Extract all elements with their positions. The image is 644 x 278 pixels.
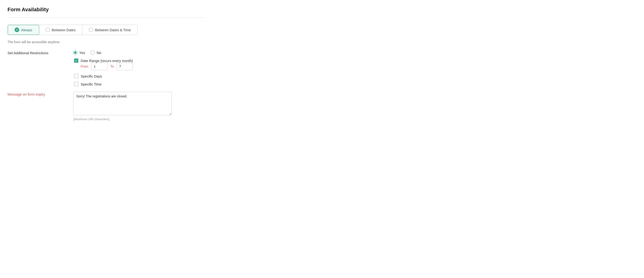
from-label: From: [81, 65, 88, 68]
expiry-label: Message on form expiry: [8, 92, 73, 96]
checkbox-date-range-label: Date Range (recurs every month): [81, 59, 133, 63]
restrictions-row: Set Additional Restrictions Yes No: [8, 51, 204, 86]
restriction-checkboxes: Date Range (recurs every month) From To …: [74, 59, 133, 86]
radio-circle-icon: [46, 28, 50, 32]
tab-between-dates-time-label: Between Dates & Time: [95, 28, 131, 32]
availability-tab-group: Always Between Dates Between Dates & Tim…: [8, 25, 138, 35]
radio-yes-label: Yes: [79, 51, 85, 55]
tab-always[interactable]: Always: [8, 25, 39, 35]
tab-between-dates-label: Between Dates: [52, 28, 76, 32]
availability-description: The form will be accessible anytime.: [8, 40, 204, 44]
radio-no-label: No: [96, 51, 101, 55]
checkbox-specific-days-box: [74, 74, 78, 78]
checkbox-specific-days-label: Specific Days: [81, 74, 102, 78]
checkbox-specific-time-box: [74, 82, 78, 86]
radio-circle-icon-2: [89, 28, 93, 32]
to-label: To: [110, 65, 114, 68]
radio-no[interactable]: No: [90, 51, 101, 55]
restrictions-label: Set Additional Restrictions: [8, 51, 73, 55]
page-title: Form Availability: [8, 7, 204, 18]
checkbox-date-range-container: Date Range (recurs every month) From To: [74, 59, 133, 70]
expiry-controls: Sorry! The registrations are closed. (Ma…: [73, 92, 172, 121]
from-input[interactable]: [91, 63, 108, 70]
check-icon: [14, 28, 19, 32]
date-range-inputs: From To: [81, 63, 133, 70]
tab-between-dates[interactable]: Between Dates: [39, 25, 82, 35]
checkbox-specific-time[interactable]: Specific Time: [74, 82, 133, 86]
restrictions-controls: Yes No Date Range (recurs every month): [73, 51, 133, 86]
checkbox-specific-time-label: Specific Time: [81, 82, 102, 86]
checkbox-date-range[interactable]: Date Range (recurs every month): [74, 59, 133, 63]
to-input[interactable]: [116, 63, 133, 70]
tab-between-dates-time[interactable]: Between Dates & Time: [82, 25, 138, 35]
radio-yes[interactable]: Yes: [73, 51, 85, 55]
yes-no-radio-group: Yes No: [73, 51, 133, 55]
radio-no-circle: [90, 51, 95, 55]
radio-yes-circle: [73, 51, 78, 55]
tab-always-label: Always: [21, 28, 32, 32]
expiry-textarea[interactable]: Sorry! The registrations are closed.: [73, 92, 172, 115]
expiry-row: Message on form expiry Sorry! The regist…: [8, 92, 204, 121]
checkbox-specific-days[interactable]: Specific Days: [74, 74, 133, 78]
checkbox-date-range-box: [74, 59, 78, 63]
char-limit-hint: (Maximum 240 characters): [73, 117, 172, 121]
